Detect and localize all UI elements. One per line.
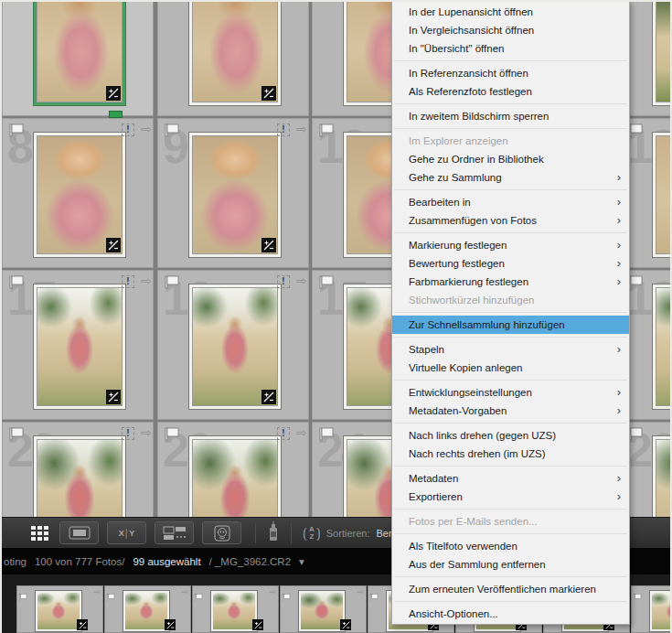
menu-item-gehe-zu-ordner-in-bibliothek[interactable]: Gehe zu Ordner in Bibliothek [392, 150, 629, 168]
menu-item-in-der-lupenansicht-ffnen[interactable]: In der Lupenansicht öffnen [392, 3, 629, 21]
photo-thumbnail[interactable] [33, 435, 126, 519]
photo-thumbnail[interactable] [652, 132, 672, 258]
filmstrip-cell[interactable]: ⇨ [104, 585, 191, 633]
photo-thumbnail[interactable] [188, 132, 282, 258]
flag-icon[interactable] [165, 123, 180, 137]
compare-view-button[interactable]: X│Y [107, 521, 146, 544]
metadata-conflict-badge[interactable]: ! [122, 275, 134, 288]
loupe-view-button[interactable] [59, 521, 99, 544]
menu-item-ansicht-optionen[interactable]: Ansicht-Optionen... [392, 605, 629, 623]
menu-item-als-titelfoto-verwenden[interactable]: Als Titelfoto verwenden [392, 537, 629, 555]
grid-cell-9[interactable]: 9!⇨ [157, 118, 309, 268]
menu-item-entwicklungseinstellungen[interactable]: Entwicklungseinstellungen› [392, 383, 629, 402]
flag-icon[interactable] [165, 275, 180, 289]
menu-item-in-vergleichsansicht-ffnen[interactable]: In Vergleichsansicht öffnen [392, 21, 629, 39]
flag-icon[interactable] [9, 427, 25, 441]
photo-thumbnail[interactable] [652, 0, 672, 106]
photo-thumbnail[interactable] [188, 284, 282, 410]
menu-item-bewertung-festlegen[interactable]: Bewertung festlegen› [392, 254, 629, 273]
develop-adjustments-badge[interactable] [261, 238, 276, 252]
menu-separator [394, 466, 627, 467]
spray-can-icon [267, 521, 280, 542]
grid-cell[interactable]: !⇨ [2, 0, 154, 116]
menu-item-label: Nach rechts drehen (im UZS) [409, 448, 546, 459]
grid-cell-23[interactable]: 23!⇨ [157, 422, 309, 519]
menu-item-zur-schnellsammlung-hinzuf-gen[interactable]: Zur Schnellsammlung hinzufügen [392, 316, 629, 334]
filmstrip-cell[interactable]: ⇨ [631, 585, 672, 633]
grid-cell-16[interactable]: 16!⇨ [157, 270, 309, 420]
menu-item-metadaten-vorgaben[interactable]: Metadaten-Vorgaben› [392, 402, 629, 420]
photo-thumbnail[interactable] [123, 590, 170, 632]
people-view-button[interactable] [202, 521, 241, 544]
menu-item-in-zweitem-bildschirm-sperren[interactable]: In zweitem Bildschirm sperren [392, 107, 629, 125]
flag-icon[interactable] [628, 275, 644, 289]
menu-item-markierung-festlegen[interactable]: Markierung festlegen› [392, 236, 629, 254]
photo-thumbnail[interactable] [188, 435, 282, 519]
menu-item-in-referenzansicht-ffnen[interactable]: In Referenzansicht öffnen [392, 64, 629, 82]
publish-arrow-icon: ⇨ [357, 587, 364, 596]
flag-icon[interactable] [319, 123, 335, 137]
grid-cell-22[interactable]: 22!⇨ [2, 422, 154, 519]
photo-thumbnail[interactable] [298, 590, 346, 632]
menu-item-nach-rechts-drehen-im-uzs[interactable]: Nach rechts drehen (im UZS) [392, 445, 629, 463]
menu-item-gehe-zu-sammlung[interactable]: Gehe zu Sammlung› [392, 168, 629, 187]
menu-item-aus-der-sammlung-entfernen[interactable]: Aus der Sammlung entfernen [392, 555, 629, 574]
develop-adjustments-badge[interactable] [106, 86, 121, 101]
menu-item-in-bersicht-ffnen[interactable]: In "Übersicht" öffnen [392, 39, 629, 58]
metadata-conflict-badge[interactable]: ! [277, 123, 290, 136]
submenu-chevron-icon: › [617, 213, 621, 227]
flag-icon[interactable] [628, 123, 644, 137]
grid-view-button[interactable] [29, 521, 51, 544]
develop-adjustments-badge[interactable] [261, 86, 276, 101]
menu-item-metadaten[interactable]: Metadaten› [392, 469, 629, 488]
photo-thumbnail[interactable] [649, 590, 672, 632]
grid-cell-15[interactable]: 15!⇨ [2, 270, 154, 420]
flag-icon[interactable] [165, 427, 180, 441]
menu-item-bearbeiten-in[interactable]: Bearbeiten in› [392, 193, 629, 211]
menu-item-im-explorer-anzeigen: Im Explorer anzeigen [392, 132, 629, 150]
survey-view-button[interactable] [155, 521, 194, 544]
submenu-chevron-icon: › [617, 403, 621, 417]
flag-icon[interactable] [319, 427, 335, 441]
photo-thumbnail[interactable] [188, 0, 282, 106]
filmstrip-cell[interactable]: ⇨ [280, 585, 367, 633]
menu-item-als-referenzfoto-festlegen[interactable]: Als Referenzfoto festlegen [392, 82, 629, 101]
sort-direction-button[interactable]: ⟮ AZ ⟯ [303, 526, 321, 541]
flag-icon[interactable] [319, 275, 335, 289]
menu-item-virtuelle-kopien-anlegen[interactable]: Virtuelle Kopien anlegen [392, 359, 629, 377]
metadata-conflict-badge[interactable]: ! [277, 275, 290, 288]
filename-dropdown-arrow[interactable]: ▾ [299, 555, 304, 568]
photo-thumbnail[interactable] [33, 284, 126, 410]
photo-thumbnail[interactable] [652, 435, 672, 519]
develop-adjustments-badge[interactable] [261, 390, 276, 404]
grid-cell-8[interactable]: 8!⇨ [2, 118, 154, 268]
develop-adjustments-badge[interactable] [106, 238, 121, 252]
menu-item-zusammenf-gen-von-fotos[interactable]: Zusammenfügen von Fotos› [392, 211, 629, 230]
menu-item-exportieren[interactable]: Exportieren› [392, 488, 629, 506]
menu-item-farbmarkierung-festlegen[interactable]: Farbmarkierung festlegen› [392, 273, 629, 291]
painter-tool-button[interactable] [267, 521, 280, 545]
photo-thumbnail[interactable] [652, 284, 672, 410]
flag-icon[interactable] [628, 427, 644, 441]
status-text[interactable]: / _MG_3962.CR2 [209, 556, 292, 567]
photo-thumbnail[interactable] [33, 132, 126, 258]
filmstrip-cell[interactable]: ⇨ [192, 585, 279, 633]
flag-icon[interactable] [9, 275, 25, 289]
develop-adjustments-badge[interactable] [106, 390, 121, 404]
submenu-chevron-icon: › [617, 238, 621, 252]
menu-item-zum-erneuten-ver-ffentlichen-markieren[interactable]: Zum erneuten Veröffentlichen markieren [392, 580, 629, 598]
menu-item-nach-links-drehen-gegen-uzs[interactable]: Nach links drehen (gegen UZS) [392, 426, 629, 445]
photo-thumbnail[interactable] [35, 590, 82, 632]
metadata-conflict-badge[interactable]: ! [122, 123, 134, 136]
metadata-conflict-badge[interactable]: ! [277, 427, 290, 440]
filmstrip-cell[interactable]: ⇨ [16, 585, 103, 633]
photo-thumbnail[interactable] [210, 590, 258, 632]
menu-item-label: Gehe zu Sammlung [409, 172, 502, 183]
metadata-conflict-badge[interactable]: ! [122, 427, 134, 440]
menu-item-stapeln[interactable]: Stapeln› [392, 340, 629, 359]
photo-thumbnail[interactable] [33, 0, 126, 106]
photo-image [37, 135, 123, 254]
flag-icon[interactable] [9, 123, 25, 137]
grid-cell[interactable]: !⇨ [157, 0, 309, 116]
toolbar-separator [291, 523, 292, 543]
